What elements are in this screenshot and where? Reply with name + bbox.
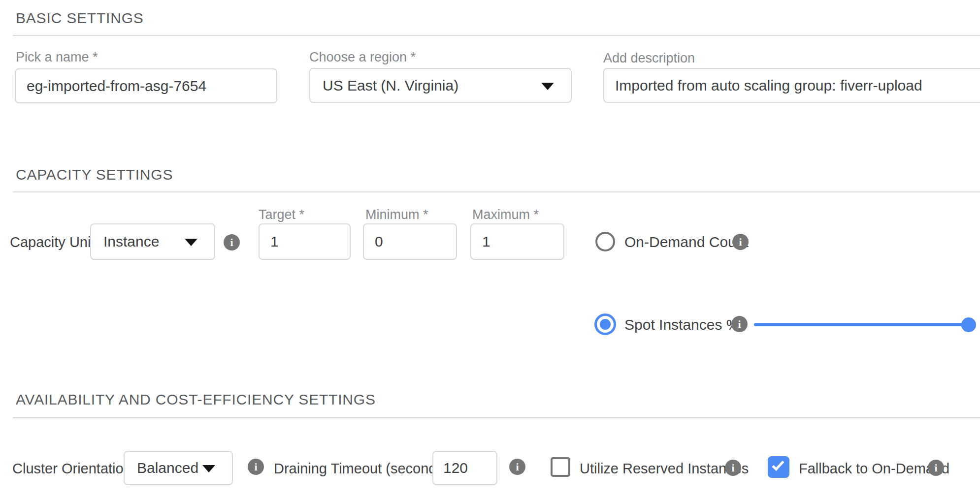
capacity-unit-select-value: Instance	[91, 233, 159, 250]
name-input[interactable]	[15, 68, 277, 103]
on-demand-info-icon[interactable]: i	[732, 234, 749, 250]
radio-dot	[600, 319, 611, 330]
spot-instances-info-icon[interactable]: i	[731, 316, 748, 332]
target-field-label: Target *	[259, 207, 304, 222]
target-input[interactable]	[259, 223, 351, 260]
availability-settings-divider	[13, 417, 980, 418]
availability-settings-title: AVAILABILITY AND COST-EFFICIENCY SETTING…	[16, 391, 376, 408]
cluster-orientation-select-value: Balanced	[125, 460, 198, 476]
utilize-reserved-instances-label: Utilize Reserved Instances	[580, 461, 749, 476]
maximum-field-label: Maximum *	[472, 207, 539, 222]
minimum-field-label: Minimum *	[365, 207, 428, 222]
fallback-info-icon[interactable]: i	[928, 460, 944, 476]
checkmark-icon	[772, 458, 784, 471]
on-demand-count-label: On-Demand Count	[624, 234, 749, 250]
draining-timeout-info-icon[interactable]: i	[509, 459, 525, 475]
capacity-unit-info-icon[interactable]: i	[224, 234, 240, 250]
minimum-input[interactable]	[363, 223, 457, 260]
capacity-unit-select[interactable]: Instance	[90, 223, 215, 260]
fallback-to-on-demand-label: Fallback to On-Demand	[799, 461, 949, 476]
on-demand-count-radio[interactable]	[595, 232, 615, 251]
maximum-input[interactable]	[470, 223, 564, 260]
spot-percentage-slider-track[interactable]	[754, 323, 969, 326]
capacity-settings-title: CAPACITY SETTINGS	[16, 166, 173, 183]
region-select-value: US East (N. Virginia)	[310, 77, 458, 94]
name-field-label: Pick a name *	[16, 50, 98, 65]
chevron-down-icon	[202, 465, 215, 472]
basic-settings-title: BASIC SETTINGS	[16, 10, 144, 27]
description-input[interactable]	[603, 68, 980, 103]
chevron-down-icon	[541, 83, 554, 90]
capacity-unit-label: Capacity Unit	[10, 234, 95, 250]
capacity-settings-divider	[13, 191, 980, 192]
region-field-label: Choose a region *	[309, 50, 416, 65]
basic-settings-divider	[13, 35, 980, 36]
draining-timeout-label: Draining Timeout (seconds)	[274, 461, 449, 476]
draining-timeout-input[interactable]	[432, 451, 497, 485]
fallback-to-on-demand-checkbox[interactable]	[768, 456, 789, 478]
chevron-down-icon	[185, 239, 197, 246]
region-select[interactable]: US East (N. Virginia)	[309, 68, 572, 103]
cluster-orientation-info-icon[interactable]: i	[248, 459, 264, 475]
spot-instances-radio[interactable]	[594, 313, 616, 335]
utilize-reserved-info-icon[interactable]: i	[725, 460, 741, 476]
settings-form: BASIC SETTINGS Pick a name * Choose a re…	[0, 0, 980, 500]
cluster-orientation-label: Cluster Orientation	[12, 461, 131, 476]
description-field-label: Add description	[603, 51, 695, 66]
spot-instances-label: Spot Instances %	[624, 317, 739, 333]
spot-percentage-slider-thumb[interactable]	[961, 317, 976, 332]
cluster-orientation-select[interactable]: Balanced	[124, 451, 233, 485]
utilize-reserved-instances-checkbox[interactable]	[551, 457, 570, 477]
